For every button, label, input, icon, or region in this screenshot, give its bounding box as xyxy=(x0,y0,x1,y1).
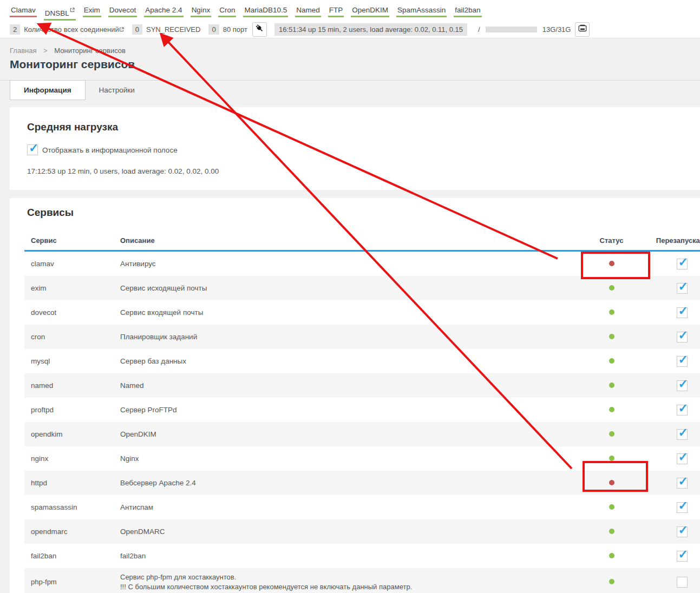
topbar-service-clamav[interactable]: Clamav xyxy=(10,6,37,17)
status-dot-green xyxy=(609,553,614,558)
restart-checkbox-fail2ban[interactable] xyxy=(677,551,688,562)
service-description: Антиспам xyxy=(114,495,582,519)
service-row-opendmarc: opendmarcOpenDMARC xyxy=(24,519,700,544)
service-description: Сервер баз данных xyxy=(114,349,582,373)
status-dot-green xyxy=(609,358,614,364)
service-description: Планировщик заданий xyxy=(114,325,582,349)
stats-bar: 2 Количество всех соединений 0 SYN_RECEI… xyxy=(0,21,700,38)
service-name: clamav xyxy=(24,251,114,276)
restart-checkbox-spamassassin[interactable] xyxy=(677,502,688,513)
restart-checkbox-dovecot[interactable] xyxy=(677,307,688,318)
show-in-infobar-label: Отображать в информационной полосе xyxy=(42,146,178,154)
topbar-service-label: MariaDB10.5 xyxy=(244,6,287,14)
restart-checkbox-cron[interactable] xyxy=(677,332,688,342)
restart-checkbox-opendmarc[interactable] xyxy=(677,526,688,537)
restart-checkbox-php-fpm[interactable] xyxy=(677,577,688,588)
load-average-card: Средняя нагрузка Отображать в информацио… xyxy=(10,107,700,190)
topbar-service-fail2ban[interactable]: fail2ban xyxy=(454,6,481,17)
col-header-service: Сервис xyxy=(24,230,114,251)
restart-checkbox-clamav[interactable] xyxy=(677,259,688,269)
page-title: Мониторинг сервисов xyxy=(10,58,700,71)
service-description: Nginx xyxy=(114,446,582,471)
status-dot-green xyxy=(609,334,614,339)
restart-checkbox-exim[interactable] xyxy=(677,283,688,294)
service-description: Сервис php-fpm для хостаккаунтов.!!! С б… xyxy=(114,568,582,593)
col-header-restart: Перезапускать xyxy=(642,230,700,251)
status-dot-green xyxy=(609,383,614,388)
status-dot-red xyxy=(609,261,614,266)
disk-button[interactable] xyxy=(575,22,590,37)
topbar-service-label: SpamAssassin xyxy=(397,6,446,14)
topbar-service-dnsbl[interactable]: DNSBL xyxy=(44,6,76,21)
service-row-proftpd: proftpdСервер ProFTPd xyxy=(24,398,700,422)
tab-strip: Информация Настройки xyxy=(0,80,700,100)
topbar-service-mariadb10-5[interactable]: MariaDB10.5 xyxy=(243,6,288,17)
connections-link[interactable]: Количество всех соединений xyxy=(24,25,119,34)
status-dot-green xyxy=(609,309,614,315)
topbar-service-label: Exim xyxy=(84,6,100,14)
service-row-spamassassin: spamassassinАнтиспам xyxy=(24,495,700,519)
topbar-service-nginx[interactable]: Nginx xyxy=(191,6,212,17)
col-header-description: Описание xyxy=(114,230,582,251)
disk-mount-label: / xyxy=(478,25,480,34)
syn-count: 0 xyxy=(132,24,142,35)
service-status-bar: ClamavDNSBLEximDovecotApache 2.4NginxCro… xyxy=(0,0,700,21)
service-name: opendmarc xyxy=(24,519,114,544)
breadcrumb: Главная > Мониторинг сервисов xyxy=(10,47,700,55)
service-row-clamav: clamavАнтивирус xyxy=(24,251,700,276)
topbar-service-named[interactable]: Named xyxy=(295,6,321,17)
status-dot-green xyxy=(609,504,614,510)
restart-checkbox-httpd[interactable] xyxy=(677,478,688,489)
service-name: named xyxy=(24,373,114,398)
restart-checkbox-named[interactable] xyxy=(677,380,688,391)
topbar-service-apache-2-4[interactable]: Apache 2.4 xyxy=(144,6,183,17)
service-row-dovecot: dovecotСервис входящей почты xyxy=(24,300,700,325)
service-row-named: namedNamed xyxy=(24,373,700,398)
services-table: Сервис Описание Статус Перезапускать cla… xyxy=(24,230,700,593)
hdd-icon xyxy=(578,24,587,34)
status-dot-green xyxy=(609,529,614,534)
restart-checkbox-proftpd[interactable] xyxy=(677,405,688,416)
service-name: exim xyxy=(24,276,114,300)
tab-information[interactable]: Информация xyxy=(10,80,86,100)
topbar-service-dovecot[interactable]: Dovecot xyxy=(108,6,138,17)
topbar-service-exim[interactable]: Exim xyxy=(83,6,101,17)
external-link-icon xyxy=(70,6,75,14)
service-name: httpd xyxy=(24,471,114,495)
service-description: Сервис исходящей почты xyxy=(114,276,582,300)
disk-usage-text: 13G/31G xyxy=(542,25,571,34)
service-description: Сервис входящей почты xyxy=(114,300,582,325)
service-name: dovecot xyxy=(24,300,114,325)
topbar-service-cron[interactable]: Cron xyxy=(218,6,236,17)
topbar-service-ftp[interactable]: FTP xyxy=(328,6,344,17)
service-name: mysql xyxy=(24,349,114,373)
service-name: fail2ban xyxy=(24,544,114,568)
service-name: spamassassin xyxy=(24,495,114,519)
topbar-service-label: Clamav xyxy=(11,6,36,14)
restart-checkbox-mysql[interactable] xyxy=(677,356,688,367)
breadcrumb-home-link[interactable]: Главная xyxy=(10,47,36,55)
external-link-icon xyxy=(119,25,124,34)
topbar-service-spamassassin[interactable]: SpamAssassin xyxy=(396,6,447,17)
service-row-nginx: nginxNginx xyxy=(24,446,700,471)
service-description: Антивирус xyxy=(114,251,582,276)
topbar-service-opendkim[interactable]: OpenDKIM xyxy=(351,6,389,17)
restart-checkbox-nginx[interactable] xyxy=(677,453,688,464)
service-description: Вебсервер Apache 2.4 xyxy=(114,471,582,495)
show-in-infobar-checkbox[interactable] xyxy=(27,144,38,155)
service-row-mysql: mysqlСервер баз данных xyxy=(24,349,700,373)
service-name: cron xyxy=(24,325,114,349)
restart-checkbox-opendkim[interactable] xyxy=(677,429,688,440)
uptime-badge: 16:51:34 up 15 min, 2 users, load averag… xyxy=(274,23,467,36)
service-description: fail2ban xyxy=(114,544,582,568)
service-description: Сервер ProFTPd xyxy=(114,398,582,422)
status-dot-green xyxy=(609,407,614,412)
connections-count: 2 xyxy=(10,24,20,35)
firewall-plug-button[interactable] xyxy=(252,22,267,37)
service-name: opendkim xyxy=(24,422,114,446)
syn-stat: 0 SYN_RECEIVED xyxy=(132,24,201,35)
topbar-service-label: Nginx xyxy=(192,6,211,14)
service-row-httpd: httpdВебсервер Apache 2.4 xyxy=(24,471,700,495)
topbar-service-label: fail2ban xyxy=(455,6,480,14)
tab-settings[interactable]: Настройки xyxy=(86,81,148,100)
